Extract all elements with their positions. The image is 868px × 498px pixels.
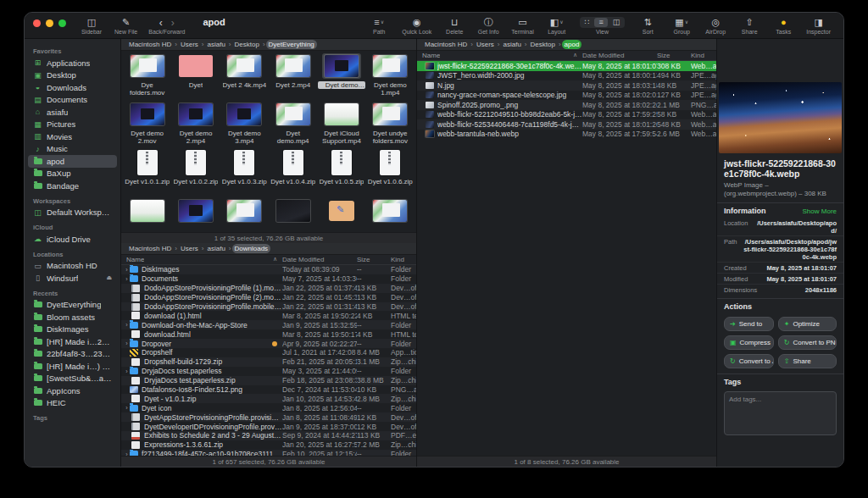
forward-button[interactable]: › <box>171 17 175 28</box>
grid-file-dyet-icloud-support-mp4[interactable]: Dyet iCloud Support.mp4 <box>317 99 365 147</box>
disclosure-chevron-icon[interactable]: › <box>124 340 130 346</box>
sidebar-item-macintosh-hd[interactable]: ▭Macintosh HD <box>28 260 117 273</box>
sidebar-item-default-workspace[interactable]: ◫Default Workspace <box>28 207 117 219</box>
file-row-dodoappstoreprovisioningprofile-1-mobileprovision[interactable]: DodoAppStoreProvisioningProfile (1).mobi… <box>121 284 416 293</box>
file-row-dyet-icon[interactable]: ›Dyet iconJan 8, 2025 at 12:56:04--Folde… <box>121 403 416 412</box>
grid-file-dyet-demo-mp4[interactable]: Dyet demo.mp4 <box>269 99 317 147</box>
file-row-dodoappstoreprovisioningprofile-2-mobileprovision[interactable]: DodoAppStoreProvisioningProfile (2).mobi… <box>121 293 416 302</box>
file-row-dropshelf[interactable]: DropshelfJul 1, 2021 at 17:42:088.4 MBAp… <box>121 348 416 357</box>
delete-button[interactable]: ⊔Delete <box>443 17 465 35</box>
file-row-dodoappstoreprovisioningprofile-mobileprovision[interactable]: DodoAppStoreProvisioningProfile.mobilepr… <box>121 302 416 312</box>
file-row-dryjadocs-test-paperless[interactable]: ›DryjaDocs test.paperlessMay 3, 2025 at … <box>121 367 416 376</box>
grid-file-dyet-demo-1-mov[interactable]: Dyet demo 1.mov <box>317 51 365 99</box>
new-file-button[interactable]: ✎New File <box>114 17 137 35</box>
file-row-dyetappstoreprovisioningprofile-provisionprofile[interactable]: DyetAppStoreProvisioningProfile.provisio… <box>121 412 416 422</box>
convert-to-png-button[interactable]: ↻Convert to PNG <box>778 335 837 350</box>
breadcrumb-item-asiafu[interactable]: asiafu <box>204 40 227 49</box>
optimize-button[interactable]: ✦Optimize <box>778 317 837 331</box>
column-header-kind[interactable]: Kind <box>691 52 716 59</box>
grid-file-dyet-v1-0-4-zip[interactable]: Dyet v1.0.4.zip <box>269 147 317 196</box>
view-button[interactable]: ∷≡◫View <box>580 17 626 35</box>
file-row-jwst-hero-width-2000-jpg[interactable]: JWST_hero.width-2000.jpgMay 8, 2025 at 1… <box>417 71 716 81</box>
column-header-date[interactable]: Date Modified <box>282 256 357 263</box>
breadcrumb-item-asiafu[interactable]: asiafu <box>500 40 523 49</box>
column-header-size[interactable]: Size <box>357 256 391 263</box>
column-header-kind[interactable]: Kind <box>391 256 416 263</box>
sidebar-item-baxup[interactable]: BaXup <box>28 168 117 180</box>
disclosure-chevron-icon[interactable]: › <box>124 322 130 328</box>
column-header-size[interactable]: Size <box>657 52 691 59</box>
disclosure-chevron-icon[interactable]: › <box>124 405 130 411</box>
grid-file-partial[interactable] <box>220 196 269 232</box>
sidebar-item-apod[interactable]: apod <box>28 155 117 168</box>
breadcrumb-item-users[interactable]: Users <box>474 40 497 49</box>
compress-button[interactable]: ▣Compress <box>724 335 774 350</box>
tags-input[interactable]: Add tags... <box>724 391 837 435</box>
share-button[interactable]: ⇧Share <box>738 17 760 35</box>
sidebar-item-pictures[interactable]: ▦Pictures <box>28 119 117 131</box>
grid-file-dyet-2-4k-mp4[interactable]: Dyet 2 4k.mp4 <box>220 51 269 99</box>
grid-file-dyet-demo-3-mp4[interactable]: Dyet demo 3.mp4 <box>220 99 269 147</box>
grid-file-partial[interactable] <box>317 196 365 232</box>
file-row-exhibits-to-schedule-2-and-3-29-august-2024-pdf[interactable]: Exhibits to Schedule 2 and 3 - 29 August… <box>121 431 416 440</box>
grid-file-dyet-undye-folders-mov[interactable]: Dyet undye folders.mov <box>366 99 415 147</box>
file-row-documents[interactable]: ›DocumentsMay 7, 2025 at 14:03:36--Folde… <box>121 274 416 284</box>
sidebar-item-icloud-drive[interactable]: ☁iCloud Drive <box>28 233 117 246</box>
sidebar-button[interactable]: ◫Sidebar <box>81 17 103 35</box>
send-to-button[interactable]: ➔Send to <box>724 317 774 331</box>
sidebar-item-22bf4af8-3-235160b233[interactable]: 22bf4af8-3…235160b233 <box>28 348 117 361</box>
view-segmented-control[interactable]: ∷≡◫ <box>580 17 626 28</box>
sidebar-item-bloom-assets[interactable]: Bloom assets <box>28 311 117 324</box>
grid-file-dyet-v1-0-3-zip[interactable]: Dyet v1.0.3.zip <box>220 147 269 196</box>
grid-file-dyet-2-mp4[interactable]: Dyet 2.mp4 <box>269 51 317 99</box>
file-row-dropover[interactable]: ›DropoverApr 9, 2025 at 02:22:27--Folder <box>121 339 416 348</box>
file-row-n-jpg[interactable]: N.jpgMay 8, 2025 at 18:03:1848 KBJPE…ag <box>417 80 716 91</box>
breadcrumb-item-macintosh-hd[interactable]: Macintosh HD <box>126 244 174 253</box>
file-row-expressions-1-3-6-61-zip[interactable]: Expressions-1.3.6.61.zipJan 20, 2025 at … <box>121 440 416 450</box>
columns-view-icon[interactable]: ◫ <box>609 18 625 27</box>
airdrop-button[interactable]: ◎AirDrop <box>704 17 726 35</box>
file-row-webb-flickr-52534406448-7ca1198fd5-4k-jpg-webp[interactable]: webb-flickr-52534406448-7ca1198fd5-4k-jp… <box>417 119 716 130</box>
show-more-link[interactable]: Show More <box>803 208 837 215</box>
terminal-button[interactable]: ▭Terminal <box>511 17 533 35</box>
grid-file-partial[interactable] <box>123 196 171 232</box>
file-row-webb-flickr-52212049510-bb98d2eab6-5k-jpg-webp[interactable]: webb-flickr-52212049510-bb98d2eab6-5k-jp… <box>417 110 716 120</box>
convert-to-jpeg-button[interactable]: ↻Convert to JPEG <box>724 354 774 368</box>
grid-file-dyet-v1-0-1-zip[interactable]: Dyet v1.0.1.zip <box>123 147 171 196</box>
column-header-name[interactable]: Name∧ <box>422 52 582 59</box>
sidebar-item-music[interactable]: ♪Music <box>28 143 117 156</box>
file-row-f2713499-18f4-457c-ac10-91b708ce3111[interactable]: ›f2713499-18f4-457c-ac10-91b708ce3111Feb… <box>121 450 416 456</box>
file-row-spinoff-2025-promo-png[interactable]: Spinoff.2025.promo_.pngMay 8, 2025 at 18… <box>417 100 716 110</box>
grid-file-partial[interactable] <box>269 196 317 232</box>
sidebar-item-windsurf[interactable]: ▯Windsurf⏏ <box>28 272 117 285</box>
grid-file-partial[interactable] <box>366 196 415 232</box>
sidebar-item-asiafu[interactable]: ⌂asiafu <box>28 106 117 119</box>
grid-file-dyet-demo-2-mp4[interactable]: Dyet demo 2.mp4 <box>171 99 220 147</box>
path-button[interactable]: ≡∨Path <box>368 17 390 35</box>
file-row-dtafalonso-ios8-finder-512-png[interactable]: Dtafalonso-Ios8-Finder.512.pngDec 7, 202… <box>121 385 416 395</box>
breadcrumb-item-downloads[interactable]: Downloads <box>232 244 271 253</box>
grid-view-icon[interactable]: ∷ <box>581 18 594 27</box>
eject-icon[interactable]: ⏏ <box>106 274 112 281</box>
sidebar-item-diskimages[interactable]: DiskImages <box>28 324 117 336</box>
sidebar-item-applications[interactable]: ⊞Applications <box>28 57 117 69</box>
grid-file-dyet-v1-0-6-zip[interactable]: Dyet v1.0.6.zip <box>366 147 415 196</box>
sidebar-item-sweetsub-a10p-1080p[interactable]: [SweetSub&…a10p_1080p] <box>28 373 117 385</box>
share-button[interactable]: ⇧Share <box>778 354 837 368</box>
file-row-download-on-the-mac-app-store[interactable]: ›Download-on-the-Mac-App-StoreJan 9, 202… <box>121 320 416 329</box>
breadcrumb-item-dyeteverything[interactable]: DyetEverything <box>266 40 317 49</box>
file-row-dropshelf-build-1729-zip[interactable]: Dropshelf-build-1729.zipFeb 21, 2025 at … <box>121 357 416 367</box>
file-row-dyet-v1-0-1-zip[interactable]: Dyet - v1.0.1.zipJan 10, 2025 at 14:53:4… <box>121 394 416 403</box>
sidebar-item-bandage[interactable]: Bandage <box>28 180 117 192</box>
breadcrumb-item-desktop[interactable]: Desktop <box>232 40 262 49</box>
inspector-button[interactable]: ◨Inspector <box>806 17 831 35</box>
grid-file-partial[interactable] <box>171 196 220 232</box>
sidebar-item-dyeteverything[interactable]: DyetEverything <box>28 299 117 312</box>
breadcrumb-item-asiafu[interactable]: asiafu <box>204 244 227 253</box>
disclosure-chevron-icon[interactable]: › <box>124 267 130 273</box>
sidebar-item-desktop[interactable]: ▣Desktop <box>28 69 117 82</box>
close-button[interactable] <box>33 19 41 27</box>
sidebar-item-downloads[interactable]: ◒Downloads <box>28 81 117 94</box>
breadcrumb-item-users[interactable]: Users <box>178 40 201 49</box>
get-info-button[interactable]: ⓘGet Info <box>477 17 499 35</box>
